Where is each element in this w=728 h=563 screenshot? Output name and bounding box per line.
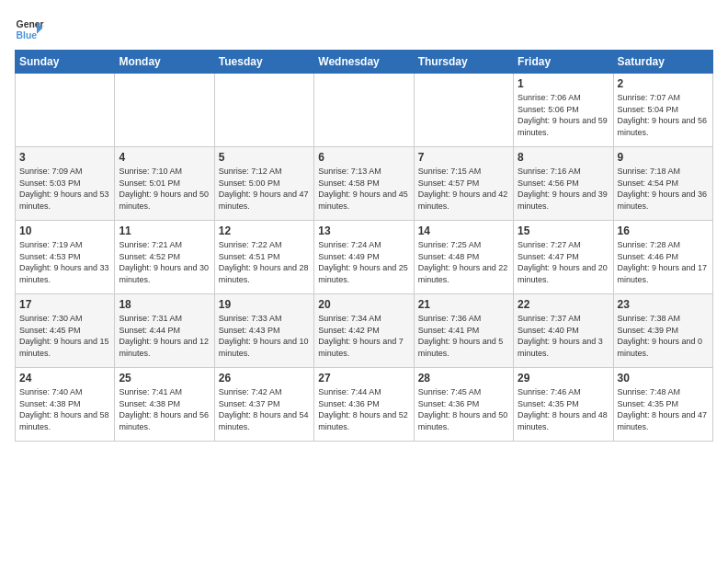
day-number: 24	[19, 372, 110, 385]
calendar-cell: 18Sunrise: 7:31 AM Sunset: 4:44 PM Dayli…	[115, 294, 214, 368]
calendar-cell: 16Sunrise: 7:28 AM Sunset: 4:46 PM Dayli…	[613, 221, 712, 294]
calendar-cell: 25Sunrise: 7:41 AM Sunset: 4:38 PM Dayli…	[115, 368, 214, 442]
day-number: 28	[418, 372, 509, 385]
day-info: Sunrise: 7:34 AM Sunset: 4:42 PM Dayligh…	[318, 313, 409, 359]
calendar-cell: 12Sunrise: 7:22 AM Sunset: 4:51 PM Dayli…	[214, 221, 313, 294]
calendar-cell	[314, 74, 414, 147]
day-info: Sunrise: 7:36 AM Sunset: 4:41 PM Dayligh…	[418, 313, 509, 359]
day-info: Sunrise: 7:25 AM Sunset: 4:48 PM Dayligh…	[418, 239, 509, 285]
day-info: Sunrise: 7:09 AM Sunset: 5:03 PM Dayligh…	[19, 166, 110, 212]
calendar-cell	[16, 74, 115, 147]
calendar-week-row: 24Sunrise: 7:40 AM Sunset: 4:38 PM Dayli…	[16, 368, 713, 442]
calendar-week-row: 3Sunrise: 7:09 AM Sunset: 5:03 PM Daylig…	[16, 147, 713, 221]
day-header: Friday	[514, 51, 613, 74]
day-number: 29	[518, 372, 609, 385]
calendar-cell: 15Sunrise: 7:27 AM Sunset: 4:47 PM Dayli…	[514, 221, 613, 294]
day-info: Sunrise: 7:45 AM Sunset: 4:36 PM Dayligh…	[418, 386, 509, 432]
day-info: Sunrise: 7:12 AM Sunset: 5:00 PM Dayligh…	[219, 166, 310, 212]
day-number: 20	[318, 298, 409, 311]
calendar-cell: 27Sunrise: 7:44 AM Sunset: 4:36 PM Dayli…	[314, 368, 414, 442]
day-number: 9	[618, 151, 709, 164]
calendar-cell: 26Sunrise: 7:42 AM Sunset: 4:37 PM Dayli…	[214, 368, 313, 442]
day-header: Wednesday	[314, 51, 414, 74]
calendar-cell: 10Sunrise: 7:19 AM Sunset: 4:53 PM Dayli…	[16, 221, 115, 294]
day-number: 5	[219, 151, 310, 164]
day-number: 15	[518, 224, 609, 237]
day-number: 16	[618, 224, 709, 237]
day-header: Thursday	[414, 51, 513, 74]
logo: General Blue	[15, 15, 44, 44]
day-number: 6	[318, 151, 409, 164]
calendar-cell: 23Sunrise: 7:38 AM Sunset: 4:39 PM Dayli…	[613, 294, 712, 368]
day-number: 27	[318, 372, 409, 385]
calendar-cell: 24Sunrise: 7:40 AM Sunset: 4:38 PM Dayli…	[16, 368, 115, 442]
day-number: 25	[119, 372, 210, 385]
calendar-week-row: 1Sunrise: 7:06 AM Sunset: 5:06 PM Daylig…	[16, 74, 713, 147]
day-number: 4	[119, 151, 210, 164]
day-number: 1	[518, 77, 609, 90]
day-number: 11	[119, 224, 210, 237]
day-number: 18	[119, 298, 210, 311]
day-number: 10	[19, 224, 110, 237]
calendar-cell: 22Sunrise: 7:37 AM Sunset: 4:40 PM Dayli…	[514, 294, 613, 368]
day-number: 7	[418, 151, 509, 164]
calendar-cell: 21Sunrise: 7:36 AM Sunset: 4:41 PM Dayli…	[414, 294, 513, 368]
day-info: Sunrise: 7:07 AM Sunset: 5:04 PM Dayligh…	[618, 92, 709, 138]
day-number: 22	[518, 298, 609, 311]
day-info: Sunrise: 7:19 AM Sunset: 4:53 PM Dayligh…	[19, 239, 110, 285]
calendar-cell: 29Sunrise: 7:46 AM Sunset: 4:35 PM Dayli…	[514, 368, 613, 442]
svg-text:Blue: Blue	[17, 30, 38, 40]
calendar-cell: 30Sunrise: 7:48 AM Sunset: 4:35 PM Dayli…	[613, 368, 712, 442]
calendar-cell: 6Sunrise: 7:13 AM Sunset: 4:58 PM Daylig…	[314, 147, 414, 221]
day-number: 14	[418, 224, 509, 237]
calendar-cell: 8Sunrise: 7:16 AM Sunset: 4:56 PM Daylig…	[514, 147, 613, 221]
calendar-cell: 5Sunrise: 7:12 AM Sunset: 5:00 PM Daylig…	[214, 147, 313, 221]
day-info: Sunrise: 7:42 AM Sunset: 4:37 PM Dayligh…	[219, 386, 310, 432]
day-info: Sunrise: 7:22 AM Sunset: 4:51 PM Dayligh…	[219, 239, 310, 285]
day-info: Sunrise: 7:40 AM Sunset: 4:38 PM Dayligh…	[19, 386, 110, 432]
day-header: Sunday	[16, 51, 115, 74]
day-info: Sunrise: 7:31 AM Sunset: 4:44 PM Dayligh…	[119, 313, 210, 359]
day-number: 26	[219, 372, 310, 385]
calendar-cell: 17Sunrise: 7:30 AM Sunset: 4:45 PM Dayli…	[16, 294, 115, 368]
day-info: Sunrise: 7:37 AM Sunset: 4:40 PM Dayligh…	[518, 313, 609, 359]
day-number: 13	[318, 224, 409, 237]
calendar-cell: 3Sunrise: 7:09 AM Sunset: 5:03 PM Daylig…	[16, 147, 115, 221]
day-info: Sunrise: 7:24 AM Sunset: 4:49 PM Dayligh…	[318, 239, 409, 285]
day-info: Sunrise: 7:21 AM Sunset: 4:52 PM Dayligh…	[119, 239, 210, 285]
day-header: Saturday	[613, 51, 712, 74]
day-info: Sunrise: 7:18 AM Sunset: 4:54 PM Dayligh…	[618, 166, 709, 212]
day-number: 2	[618, 77, 709, 90]
calendar-cell: 14Sunrise: 7:25 AM Sunset: 4:48 PM Dayli…	[414, 221, 513, 294]
day-header: Tuesday	[214, 51, 313, 74]
day-info: Sunrise: 7:28 AM Sunset: 4:46 PM Dayligh…	[618, 239, 709, 285]
day-info: Sunrise: 7:46 AM Sunset: 4:35 PM Dayligh…	[518, 386, 609, 432]
day-number: 30	[618, 372, 709, 385]
calendar-cell: 28Sunrise: 7:45 AM Sunset: 4:36 PM Dayli…	[414, 368, 513, 442]
calendar-cell: 9Sunrise: 7:18 AM Sunset: 4:54 PM Daylig…	[613, 147, 712, 221]
day-header: Monday	[115, 51, 214, 74]
calendar-week-row: 10Sunrise: 7:19 AM Sunset: 4:53 PM Dayli…	[16, 221, 713, 294]
day-info: Sunrise: 7:48 AM Sunset: 4:35 PM Dayligh…	[618, 386, 709, 432]
calendar-cell: 11Sunrise: 7:21 AM Sunset: 4:52 PM Dayli…	[115, 221, 214, 294]
day-info: Sunrise: 7:38 AM Sunset: 4:39 PM Dayligh…	[618, 313, 709, 359]
calendar-cell	[115, 74, 214, 147]
day-info: Sunrise: 7:33 AM Sunset: 4:43 PM Dayligh…	[219, 313, 310, 359]
day-number: 21	[418, 298, 509, 311]
calendar-cell	[214, 74, 313, 147]
calendar-cell: 13Sunrise: 7:24 AM Sunset: 4:49 PM Dayli…	[314, 221, 414, 294]
calendar-cell	[414, 74, 513, 147]
day-number: 8	[518, 151, 609, 164]
day-info: Sunrise: 7:10 AM Sunset: 5:01 PM Dayligh…	[119, 166, 210, 212]
day-number: 3	[19, 151, 110, 164]
header-row: SundayMondayTuesdayWednesdayThursdayFrid…	[16, 51, 713, 74]
calendar-cell: 19Sunrise: 7:33 AM Sunset: 4:43 PM Dayli…	[214, 294, 313, 368]
calendar-cell: 2Sunrise: 7:07 AM Sunset: 5:04 PM Daylig…	[613, 74, 712, 147]
calendar-cell: 1Sunrise: 7:06 AM Sunset: 5:06 PM Daylig…	[514, 74, 613, 147]
day-number: 23	[618, 298, 709, 311]
day-info: Sunrise: 7:41 AM Sunset: 4:38 PM Dayligh…	[119, 386, 210, 432]
calendar-week-row: 17Sunrise: 7:30 AM Sunset: 4:45 PM Dayli…	[16, 294, 713, 368]
day-info: Sunrise: 7:16 AM Sunset: 4:56 PM Dayligh…	[518, 166, 609, 212]
day-number: 17	[19, 298, 110, 311]
day-info: Sunrise: 7:06 AM Sunset: 5:06 PM Dayligh…	[518, 92, 609, 138]
